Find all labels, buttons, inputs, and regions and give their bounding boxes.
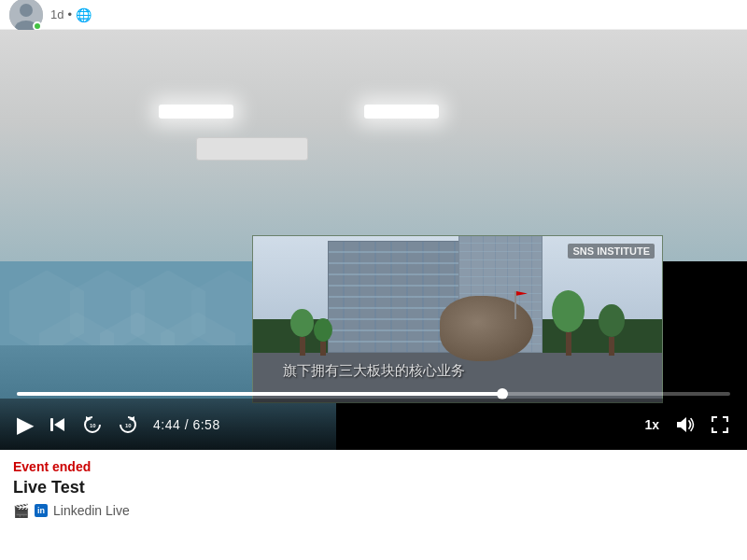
pip-flag xyxy=(514,291,516,319)
pip-rock xyxy=(440,296,533,361)
speed-button[interactable]: 1x xyxy=(644,418,659,431)
play-button[interactable]: ▶ xyxy=(17,413,34,436)
subtitle-text: 旗下拥有三大板块的核心业务 xyxy=(283,362,465,380)
svg-marker-9 xyxy=(677,417,686,432)
post-meta: 1d • 🌐 xyxy=(50,7,92,22)
avatar[interactable] xyxy=(9,0,43,32)
volume-button[interactable] xyxy=(674,414,695,435)
controls-bar: ▶ 10 10 xyxy=(0,399,747,450)
progress-bar[interactable] xyxy=(17,392,730,396)
pip-tree-2 xyxy=(314,318,332,356)
ceiling-light-left xyxy=(159,105,233,119)
online-indicator xyxy=(33,21,42,31)
ceiling xyxy=(0,30,747,261)
svg-text:10: 10 xyxy=(90,423,96,428)
dot-separator: • xyxy=(67,7,72,21)
linkedin-live-row: 🎬 in Linkedin Live xyxy=(13,503,734,518)
forward-10-button[interactable]: 10 xyxy=(118,414,138,435)
film-icon: 🎬 xyxy=(13,503,29,518)
rewind-10-button[interactable]: 10 xyxy=(82,414,103,435)
fullscreen-button[interactable] xyxy=(710,414,730,435)
ceiling-light-right xyxy=(364,105,439,119)
svg-rect-3 xyxy=(50,418,53,431)
svg-point-1 xyxy=(20,4,33,17)
pip-logo: SNS INSTITUTE xyxy=(568,244,655,259)
globe-icon: 🌐 xyxy=(76,7,92,22)
linkedin-logo: in xyxy=(35,504,48,517)
svg-text:10: 10 xyxy=(125,423,132,428)
live-title: Live Test xyxy=(13,478,734,497)
pip-tree-1 xyxy=(290,309,314,356)
time-display: 4:44 / 6:58 xyxy=(153,417,220,432)
post-header: 1d • 🌐 xyxy=(0,0,747,30)
video-player[interactable]: SNS INSTITUTE 旗下拥有三大板块的核心业务 ▶ xyxy=(0,30,747,450)
pip-tree-3 xyxy=(552,290,585,356)
post-below-video: Event ended Live Test 🎬 in Linkedin Live xyxy=(0,450,747,560)
svg-marker-4 xyxy=(54,418,64,431)
post-time: 1d xyxy=(50,7,63,21)
progress-bar-fill xyxy=(17,392,502,396)
linkedin-live-label: Linkedin Live xyxy=(53,503,130,518)
skip-back-button[interactable] xyxy=(49,415,67,434)
event-ended-label: Event ended xyxy=(13,459,734,474)
pip-tree-4 xyxy=(599,304,625,356)
ceiling-ac-unit xyxy=(196,137,308,161)
